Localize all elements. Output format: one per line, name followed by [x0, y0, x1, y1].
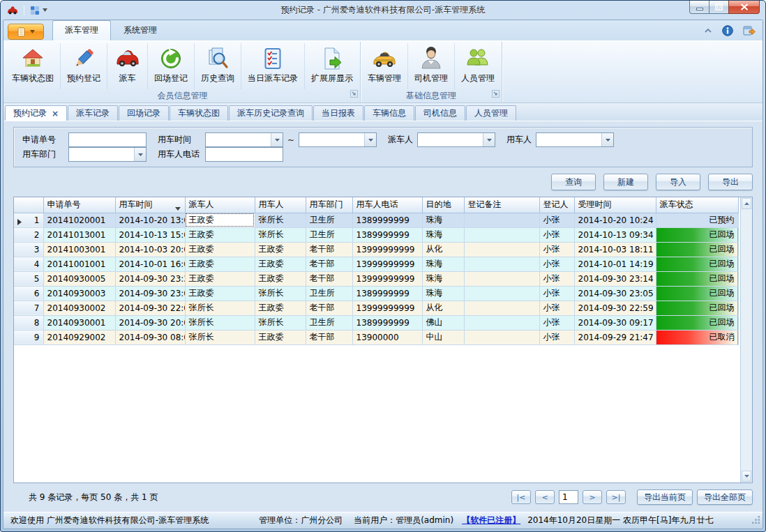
resize-grip[interactable] [751, 515, 760, 526]
cell-accept_time[interactable]: 2014-09-30 23:05 [574, 286, 656, 301]
exit-icon[interactable] [743, 25, 756, 36]
cell-phone[interactable]: 13999999999 [352, 242, 422, 257]
cell-use_time[interactable]: 2014-09-30 22:00 [115, 301, 185, 315]
cell-status[interactable]: 已取消 [656, 330, 738, 344]
cell-dept[interactable]: 卫生所 [306, 315, 352, 330]
row-header-column[interactable] [14, 197, 43, 213]
row-number-cell[interactable]: 8 [14, 315, 43, 330]
cell-order_no[interactable]: 20141020001 [43, 213, 115, 227]
cell-passenger[interactable]: 张所长 [255, 213, 306, 227]
ribbon-button-vehicle-status-chart[interactable]: 车辆状态图 [6, 43, 61, 89]
cell-passenger[interactable]: 张所长 [255, 286, 306, 301]
cell-order_no[interactable]: 20140929002 [43, 330, 115, 344]
table-row[interactable]: 8201409300012014-09-30 20:00张所长张所长卫生所138… [14, 315, 738, 330]
cell-destination[interactable]: 佛山 [422, 315, 464, 330]
doc-tab-driver-info[interactable]: 司机信息 [415, 105, 465, 121]
close-tab-icon[interactable]: × [52, 109, 59, 118]
cell-use_time[interactable]: 2014-09-30 23:00 [115, 286, 185, 301]
cell-dispatcher[interactable]: 王政委 [185, 213, 255, 227]
cell-dispatcher[interactable]: 张所长 [185, 301, 255, 315]
cell-dispatcher[interactable]: 王政委 [185, 271, 255, 286]
cell-phone[interactable]: 13999999999 [352, 271, 422, 286]
cell-status[interactable]: 已回场 [656, 301, 738, 315]
table-row[interactable]: 1201410200012014-10-20 13:00王政委张所长卫生所138… [14, 213, 738, 227]
cell-order_no[interactable]: 20140930002 [43, 301, 115, 315]
cell-passenger[interactable]: 张所长 [255, 227, 306, 242]
first-page-button[interactable]: |< [511, 490, 531, 504]
import-button[interactable]: 导入 [656, 174, 700, 190]
cell-registrar[interactable]: 小张 [539, 227, 574, 242]
cell-remark[interactable] [464, 286, 539, 301]
info-icon[interactable] [722, 25, 733, 36]
cell-phone[interactable]: 13900000 [352, 330, 422, 344]
cell-accept_time[interactable]: 2014-09-29 21:47 [574, 330, 656, 344]
cell-order_no[interactable]: 20140930003 [43, 286, 115, 301]
chevron-down-icon[interactable] [364, 133, 376, 146]
close-button[interactable] [728, 1, 760, 14]
collapse-ribbon-icon[interactable] [704, 28, 712, 33]
cell-phone[interactable]: 1389999999 [352, 286, 422, 301]
passenger-combo[interactable] [536, 132, 614, 147]
table-row[interactable]: 3201410030012014-10-03 20:00王政委王政委老干部139… [14, 242, 738, 257]
cell-phone[interactable]: 13999999999 [352, 301, 422, 315]
cell-accept_time[interactable]: 2014-10-20 10:24 [574, 213, 656, 227]
cell-dept[interactable]: 卫生所 [306, 227, 352, 242]
registered-link[interactable]: 【软件已注册】 [462, 515, 520, 526]
doc-tab-vehicle-status[interactable]: 车辆状态图 [170, 105, 228, 121]
ribbon-button-today-dispatch-records[interactable]: 当日派车记录 [241, 43, 305, 89]
table-row[interactable]: 5201409300052014-09-30 23:30王政委王政委老干部139… [14, 271, 738, 286]
grid-vertical-scrollbar[interactable] [740, 197, 752, 482]
cell-dispatcher[interactable]: 王政委 [185, 227, 255, 242]
cell-registrar[interactable]: 小张 [539, 213, 574, 227]
cell-order_no[interactable]: 20140930005 [43, 271, 115, 286]
create-button[interactable]: 新建 [603, 174, 648, 190]
column-header-派车状态[interactable]: 派车状态 [656, 197, 738, 213]
cell-use_time[interactable]: 2014-09-30 08:00 [115, 330, 185, 344]
cell-status[interactable]: 已回场 [656, 315, 738, 330]
maximize-button[interactable] [709, 1, 729, 14]
chevron-down-icon[interactable] [134, 148, 146, 161]
cell-accept_time[interactable]: 2014-09-30 22:59 [574, 301, 656, 315]
cell-order_no[interactable]: 20141001001 [43, 257, 115, 271]
column-header-登记备注[interactable]: 登记备注 [464, 197, 539, 213]
ribbon-button-extended-screen[interactable]: 扩展屏显示 [305, 43, 359, 89]
cell-remark[interactable] [464, 301, 539, 315]
cell-accept_time[interactable]: 2014-10-13 09:34 [574, 227, 656, 242]
ribbon-tab-system-mgmt[interactable]: 系统管理 [111, 21, 170, 40]
cell-dept[interactable]: 老干部 [306, 271, 352, 286]
cell-phone[interactable]: 1389999999 [352, 315, 422, 330]
table-row[interactable]: 9201409290022014-09-30 08:00张所长王政委老干部139… [14, 330, 738, 344]
chevron-down-icon[interactable] [271, 133, 283, 146]
table-row[interactable]: 7201409300022014-09-30 22:00张所长王政委老干部139… [14, 301, 738, 315]
cell-use_time[interactable]: 2014-10-03 20:00 [115, 242, 185, 257]
cell-dept[interactable]: 卫生所 [306, 286, 352, 301]
row-number-cell[interactable]: 3 [14, 242, 43, 257]
table-row[interactable]: 2201410130012014-10-13 15:00王政委张所长卫生所138… [14, 227, 738, 242]
dept-combo[interactable] [68, 147, 147, 162]
column-header-用车时间[interactable]: 用车时间 [115, 197, 185, 213]
next-page-button[interactable]: > [583, 490, 602, 504]
cell-status[interactable]: 已预约 [656, 213, 738, 227]
doc-tab-vehicle-info[interactable]: 车辆信息 [364, 105, 414, 121]
row-number-cell[interactable]: 6 [14, 286, 43, 301]
phone-input[interactable] [205, 147, 283, 162]
column-header-申请单号[interactable]: 申请单号 [43, 197, 115, 213]
ribbon-button-vehicle-mgmt[interactable]: 车辆管理 [361, 43, 408, 89]
cell-passenger[interactable]: 张所长 [255, 315, 306, 330]
row-number-cell[interactable]: 5 [14, 271, 43, 286]
cell-destination[interactable]: 珠海 [422, 271, 464, 286]
cell-order_no[interactable]: 20140930001 [43, 315, 115, 330]
column-header-用车部门[interactable]: 用车部门 [306, 197, 352, 213]
cell-phone[interactable]: 1389999999 [352, 227, 422, 242]
export-button[interactable]: 导出 [708, 174, 753, 190]
dialog-launcher-icon[interactable] [492, 90, 500, 100]
cell-accept_time[interactable]: 2014-09-30 23:14 [574, 271, 656, 286]
chevron-down-icon[interactable] [483, 133, 495, 146]
cell-remark[interactable] [464, 213, 539, 227]
quick-access-dropdown-icon[interactable] [43, 8, 47, 12]
table-row[interactable]: 6201409300032014-09-30 23:00王政委张所长卫生所138… [14, 286, 738, 301]
sort-descending-icon[interactable] [175, 203, 181, 213]
cell-registrar[interactable]: 小张 [539, 315, 574, 330]
cell-dept[interactable]: 老干部 [306, 257, 352, 271]
cell-dispatcher[interactable]: 张所长 [185, 315, 255, 330]
